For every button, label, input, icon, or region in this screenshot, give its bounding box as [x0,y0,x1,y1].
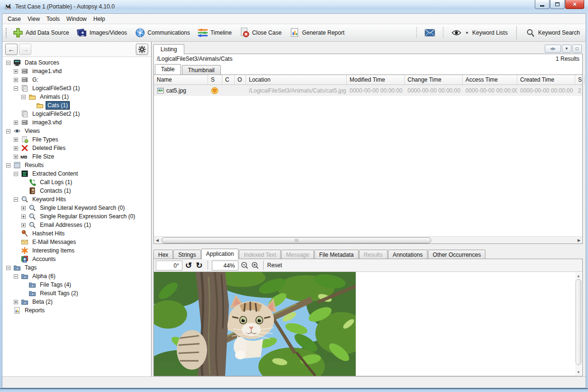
image-viewer-canvas[interactable]: ▲ ▼ [154,272,582,376]
tree-item-file-types[interactable]: File Types [2,135,151,144]
tree-item-interesting-items[interactable]: Interesting Items [2,246,151,255]
column-header-c[interactable]: C [222,75,235,84]
tree-item-result-tags-2-[interactable]: Result Tags (2) [2,289,151,298]
vertical-scrollbar[interactable]: ▲ ▼ [575,272,582,375]
scrollbar-thumb[interactable] [161,237,431,243]
tab-other-occurrences[interactable]: Other Occurrences [428,250,485,259]
tree-item-keyword-hits[interactable]: Keyword Hits [2,195,151,204]
column-header-change-time[interactable]: Change Time [405,75,463,84]
column-header-modified-time[interactable]: Modified Time [347,75,405,84]
tree-item-accounts[interactable]: Accounts [2,255,151,263]
column-header-name[interactable]: Name [154,75,208,84]
tree-item-single-literal-keyword-search-0-[interactable]: Single Literal Keyword Search (0) [2,204,151,212]
tab-strings[interactable]: Strings [173,250,200,259]
menu-item-help[interactable]: Help [90,14,109,24]
column-header-o[interactable]: O [235,75,246,84]
maximize-button[interactable] [550,0,565,9]
expand-icon[interactable] [14,300,18,304]
tree-item-email-addresses-1-[interactable]: Email Addresses (1) [2,221,151,229]
column-header-created-time[interactable]: Created Time [517,75,575,84]
tab-hex[interactable]: Hex [153,250,173,259]
tree-item-views[interactable]: Views [2,127,151,135]
column-header-s[interactable]: S [575,75,585,84]
close-button[interactable]: ✕ [565,0,584,9]
zoom-in-button[interactable] [251,261,259,270]
tree-item-image1-vhd[interactable]: image1.vhd [2,67,151,75]
timeline-button[interactable]: Timeline [194,25,236,40]
expand-icon[interactable] [14,155,18,159]
tab-dropdown-button[interactable]: ▼ [562,45,571,53]
tree-item-file-size[interactable]: MBFile Size [2,152,151,161]
column-header-location[interactable]: Location [246,75,347,84]
scroll-left-icon[interactable]: ◀ [154,238,161,243]
tree-item-logicalfileset2-1-[interactable]: LogicalFileSet2 (1) [2,110,151,118]
rotate-left-button[interactable]: ↺ [184,261,193,270]
rotation-field[interactable]: 0° [156,261,182,271]
menu-item-tools[interactable]: Tools [43,14,63,24]
tree-item-reports[interactable]: Reports [2,306,151,315]
tab-annotations[interactable]: Annotations [388,250,427,259]
back-button[interactable]: ← [5,44,18,55]
expand-icon[interactable] [14,146,18,150]
tree-item-logicalfileset3-1-[interactable]: LogicalFileSet3 (1) [2,84,151,93]
images-videos-button[interactable]: Images/Videos [73,25,131,40]
email-button[interactable] [421,25,439,40]
tree-item-tags[interactable]: Tags [2,263,151,272]
collapse-icon[interactable] [14,274,18,279]
tree-item-results[interactable]: Results [2,161,151,169]
expand-icon[interactable] [21,206,26,210]
collapse-icon[interactable] [14,197,18,202]
tree-item-call-logs-1-[interactable]: Call Logs (1) [2,178,151,187]
scroll-up-icon[interactable]: ▲ [577,272,580,279]
generate-report-button[interactable]: Generate Report [285,25,348,40]
expand-icon[interactable] [21,215,26,219]
column-header-access-time[interactable]: Access Time [463,75,517,84]
tree-item-animals-1-[interactable]: Animals (1) [2,93,151,101]
tree-item-deleted-files[interactable]: Deleted Files [2,144,151,152]
zoom-field[interactable]: 44% [212,261,238,271]
tree-item-extracted-content[interactable]: Extracted Content [2,169,151,178]
zoom-out-button[interactable] [240,261,249,270]
tree-item-file-tags-4-[interactable]: File Tags (4) [2,280,151,289]
communications-button[interactable]: Communications [131,25,194,40]
collapse-icon[interactable] [6,61,10,65]
expand-icon[interactable] [21,223,26,227]
tree-item-alpha-6-[interactable]: Alpha (6) [2,272,151,280]
tree-options-button[interactable] [136,44,148,55]
tree-item-image3-vhd[interactable]: image3.vhd [2,118,151,127]
collapse-icon[interactable] [6,129,10,133]
forward-button[interactable]: → [19,44,31,55]
expand-icon[interactable] [14,121,18,125]
reset-button[interactable]: Reset [267,262,282,269]
scrollbar-thumb[interactable] [576,279,581,365]
collapse-icon[interactable] [21,95,26,99]
minimize-button[interactable] [535,0,550,9]
tree-item-g-[interactable]: G: [2,75,151,84]
menu-item-case[interactable]: Case [4,14,24,24]
tree-item-hashset-hits[interactable]: Hashset Hits [2,229,151,238]
expand-icon[interactable] [14,69,18,74]
scroll-down-icon[interactable]: ▼ [577,369,580,375]
keyword-lists-button[interactable]: ▼ Keyword Lists [447,25,512,40]
add-data-source-button[interactable]: Add Data Source [9,25,73,40]
collapse-icon[interactable] [14,172,18,176]
horizontal-scrollbar[interactable]: ◀ ▶ [154,236,582,243]
expand-icon[interactable] [14,78,18,82]
menu-item-view[interactable]: View [24,14,43,24]
tab-application[interactable]: Application [201,249,239,259]
keyword-search-button[interactable]: Keyword Search [522,25,584,40]
tree-item-data-sources[interactable]: Data Sources [2,58,151,67]
menu-item-window[interactable]: Window [63,14,90,24]
tab-maximize-button[interactable]: ▢ [572,45,582,53]
table-row[interactable]: cat5.jpg/LogicalFileSet3/Animals/Cats/ca… [154,85,582,96]
tree-item-contacts-1-[interactable]: Contacts (1) [2,187,151,195]
tree-item-e-mail-messages[interactable]: E-Mail Messages [2,238,151,246]
tab-file-metadata[interactable]: File Metadata [314,250,359,259]
tree-item-beta-2-[interactable]: Beta (2) [2,298,151,306]
tree-item-cats-1-[interactable]: Cats (1) [2,101,151,110]
tab-scroll-buttons[interactable]: ◀▶ [545,45,561,53]
tab-table[interactable]: Table [155,64,181,75]
collapse-icon[interactable] [14,86,18,91]
tab-listing[interactable]: Listing [153,44,184,54]
column-header-s[interactable]: S [208,75,222,84]
